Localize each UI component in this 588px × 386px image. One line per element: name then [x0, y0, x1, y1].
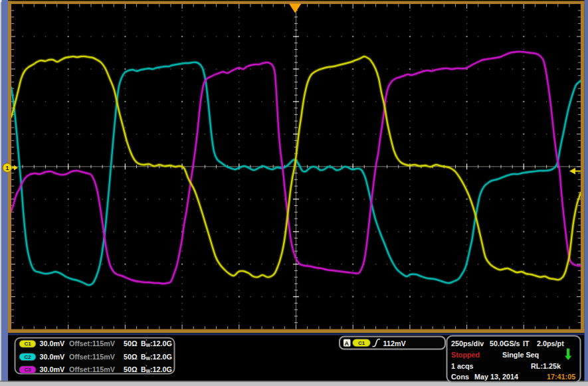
svg-text:250ps/div: 250ps/div	[451, 339, 484, 347]
svg-text:May 13, 2014: May 13, 2014	[474, 373, 518, 381]
svg-text:Cons: Cons	[451, 373, 469, 381]
svg-text:Offset:115mV: Offset:115mV	[69, 339, 116, 347]
svg-text::12.0G: :12.0G	[150, 339, 172, 347]
svg-text:IT: IT	[523, 339, 530, 347]
svg-text:50Ω: 50Ω	[124, 353, 138, 361]
svg-text:50Ω: 50Ω	[124, 365, 138, 373]
svg-text:RL:1.25k: RL:1.25k	[531, 362, 561, 370]
svg-text:1 acqs: 1 acqs	[451, 362, 474, 370]
svg-text:30.0mV: 30.0mV	[40, 353, 66, 361]
svg-text:Single Seq: Single Seq	[502, 351, 539, 359]
svg-text:Stopped: Stopped	[451, 351, 480, 359]
svg-text:Offset:115mV: Offset:115mV	[69, 365, 116, 373]
svg-text:Offset:115mV: Offset:115mV	[69, 353, 116, 361]
svg-text:2.0ps/pt: 2.0ps/pt	[537, 339, 564, 347]
svg-text:C2: C2	[24, 354, 31, 360]
svg-text:30.0mV: 30.0mV	[40, 365, 66, 373]
svg-text:1: 1	[5, 164, 9, 171]
svg-text:17:41:05: 17:41:05	[547, 373, 575, 381]
svg-text:50Ω: 50Ω	[124, 339, 138, 347]
svg-text::12.0G: :12.0G	[150, 353, 172, 361]
svg-text:C1: C1	[24, 341, 31, 347]
svg-text:50.0GS/s: 50.0GS/s	[490, 339, 520, 347]
svg-text:C3: C3	[24, 367, 31, 373]
svg-text:A: A	[345, 340, 349, 347]
svg-text:30.0mV: 30.0mV	[40, 339, 66, 347]
svg-text:112mV: 112mV	[383, 339, 407, 347]
svg-text::12.0G: :12.0G	[150, 365, 172, 373]
svg-text:C1: C1	[358, 340, 365, 346]
